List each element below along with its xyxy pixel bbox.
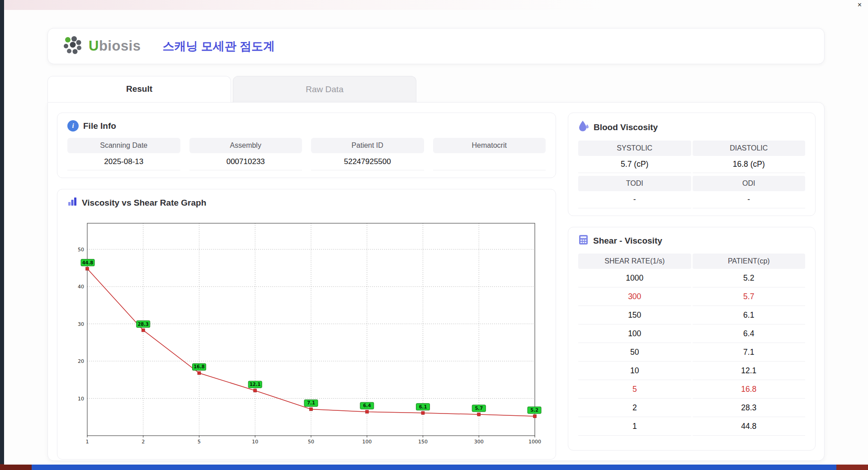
blood-viscosity-title-row: Blood Viscosity — [578, 120, 805, 134]
svg-text:30: 30 — [78, 321, 84, 327]
desktop-edge-left — [0, 0, 4, 465]
main-area: Ubiosis 스캐닝 모세관 점도계 Result Raw Data — [4, 10, 868, 465]
desktop-corner-left — [0, 464, 32, 470]
svg-text:28.3: 28.3 — [137, 322, 149, 327]
field-hematocrit: Hematocrit — [433, 138, 546, 170]
header-card: Ubiosis 스캐닝 모세관 점도계 — [47, 28, 825, 64]
field-label: Hematocrit — [433, 138, 546, 153]
calculator-icon — [578, 235, 589, 247]
svg-text:16.8: 16.8 — [193, 364, 205, 369]
shear-rate-cell: 150 — [578, 306, 691, 324]
svg-text:6.4: 6.4 — [363, 403, 371, 408]
diastolic-header: DIASTOLIC — [693, 141, 806, 156]
patient-cp-cell: 6.1 — [693, 306, 806, 324]
patient-cp-cell: 28.3 — [693, 399, 806, 417]
patient-cp-cell: 44.8 — [693, 417, 806, 436]
patient-cp-cell: 5.2 — [693, 269, 806, 287]
droplets-icon — [578, 120, 589, 134]
tab-result-label: Result — [126, 84, 152, 94]
shear-viscosity-title-row: Shear - Viscosity — [578, 235, 805, 247]
viscosity-graph-card: Viscosity vs Shear Rate Graph 1020304050… — [57, 189, 556, 460]
shear-rate-cell: 2 — [578, 399, 691, 417]
tab-raw-data[interactable]: Raw Data — [233, 76, 416, 102]
patient-cp-cell: 5.7 — [693, 287, 806, 306]
systolic-header: SYSTOLIC — [578, 141, 691, 156]
svg-text:10: 10 — [252, 439, 258, 445]
svg-text:20: 20 — [78, 358, 84, 364]
file-info-fields: Scanning Date 2025-08-13 Assembly 000710… — [67, 138, 546, 170]
file-info-card: i File Info Scanning Date 2025-08-13 Ass… — [57, 113, 556, 178]
svg-text:50: 50 — [78, 247, 84, 253]
shear-rate-cell: 100 — [578, 324, 691, 343]
svg-text:5: 5 — [198, 439, 201, 445]
odi-header: ODI — [693, 176, 806, 191]
field-value: 52247925500 — [311, 153, 424, 170]
result-panel: i File Info Scanning Date 2025-08-13 Ass… — [47, 102, 825, 461]
desktop-corner-right — [836, 464, 868, 470]
todi-header: TODI — [578, 176, 691, 191]
app-window: × — [4, 0, 868, 465]
tab-bar: Result Raw Data — [47, 76, 825, 102]
shear-rate-cell: 5 — [578, 380, 691, 399]
file-info-title-row: i File Info — [67, 120, 546, 132]
field-label: Assembly — [189, 138, 302, 153]
svg-text:5.7: 5.7 — [475, 406, 483, 411]
svg-text:2: 2 — [142, 439, 145, 445]
field-label: Patient ID — [311, 138, 424, 153]
tab-result[interactable]: Result — [47, 76, 231, 102]
shear-viscosity-card: Shear - Viscosity SHEAR RATE(1/s) PATIEN… — [568, 227, 816, 451]
field-value: 000710233 — [189, 153, 302, 170]
field-value — [433, 153, 546, 170]
field-value: 2025-08-13 — [67, 153, 180, 170]
svg-text:12.1: 12.1 — [250, 382, 261, 387]
graph-title: Viscosity vs Shear Rate Graph — [82, 198, 206, 208]
svg-text:300: 300 — [474, 439, 484, 445]
field-assembly: Assembly 000710233 — [189, 138, 302, 170]
svg-text:6.1: 6.1 — [419, 404, 427, 409]
blood-viscosity-title: Blood Viscosity — [594, 122, 658, 132]
svg-text:10: 10 — [78, 396, 84, 402]
graph-title-row: Viscosity vs Shear Rate Graph — [67, 197, 546, 209]
right-column: Blood Viscosity SYSTOLIC DIASTOLIC 5.7 (… — [568, 113, 816, 451]
file-info-title: File Info — [83, 121, 116, 131]
viscosity-shear-chart: 10203040501251050100150300100044.828.316… — [67, 215, 546, 452]
svg-text:100: 100 — [362, 439, 372, 445]
patient-cp-cell: 6.4 — [693, 324, 806, 343]
brand: Ubiosis — [63, 36, 141, 56]
left-column: i File Info Scanning Date 2025-08-13 Ass… — [57, 113, 556, 451]
info-icon: i — [67, 120, 79, 132]
field-patient-id: Patient ID 52247925500 — [311, 138, 424, 170]
page-title: 스캐닝 모세관 점도계 — [162, 38, 274, 54]
field-scanning-date: Scanning Date 2025-08-13 — [67, 138, 180, 170]
taskbar-strip — [0, 464, 868, 470]
shear-rate-cell: 1 — [578, 417, 691, 436]
svg-text:150: 150 — [418, 439, 428, 445]
shear-rate-cell: 50 — [578, 343, 691, 362]
blood-viscosity-card: Blood Viscosity SYSTOLIC DIASTOLIC 5.7 (… — [568, 113, 816, 216]
odi-value: - — [693, 191, 806, 208]
shear-rate-header: SHEAR RATE(1/s) — [578, 254, 691, 269]
shear-rate-cell: 300 — [578, 287, 691, 306]
window-titlebar: × — [4, 0, 868, 10]
field-label: Scanning Date — [67, 138, 180, 153]
todi-value: - — [578, 191, 691, 208]
ubiosis-logo-icon — [63, 36, 84, 56]
brand-name: Ubiosis — [89, 38, 141, 54]
shear-rate-cell: 10 — [578, 362, 691, 380]
bar-chart-icon — [67, 197, 77, 209]
patient-cp-cell: 16.8 — [693, 380, 806, 399]
shear-viscosity-table: SHEAR RATE(1/s) PATIENT(cp) 1000 5.2 300… — [578, 254, 805, 436]
patient-cp-header: PATIENT(cp) — [693, 254, 806, 269]
blood-viscosity-table: SYSTOLIC DIASTOLIC 5.7 (cP) 16.8 (cP) TO… — [578, 141, 805, 208]
close-icon[interactable]: × — [858, 1, 862, 9]
svg-text:50: 50 — [308, 439, 314, 445]
shear-viscosity-title: Shear - Viscosity — [593, 236, 662, 246]
svg-text:44.8: 44.8 — [82, 260, 94, 265]
tab-raw-data-label: Raw Data — [306, 85, 343, 94]
diastolic-value: 16.8 (cP) — [693, 156, 806, 173]
shear-rate-cell: 1000 — [578, 269, 691, 287]
svg-text:5.2: 5.2 — [530, 408, 538, 413]
patient-cp-cell: 7.1 — [693, 343, 806, 362]
svg-text:7.1: 7.1 — [307, 400, 315, 405]
screen: × — [0, 0, 868, 470]
